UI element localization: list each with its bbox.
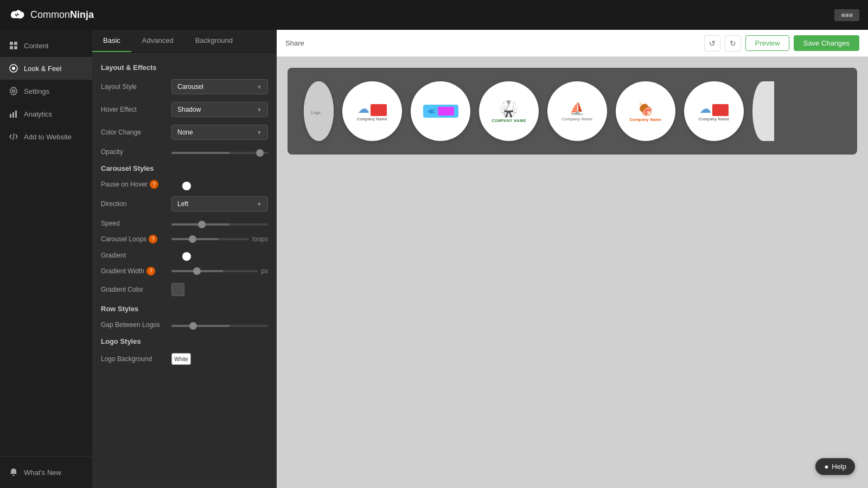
preview-area: Share ↺ ↻ Preview Save Changes Logo bbox=[277, 30, 868, 488]
sidebar-nav: Content Look & Feel Settings Analytics bbox=[0, 30, 92, 488]
logo-background-swatch[interactable]: White bbox=[171, 353, 191, 365]
svg-rect-3 bbox=[14, 46, 17, 49]
section-logo-styles: Logo Styles bbox=[101, 337, 268, 345]
gradient-width-control: px bbox=[171, 267, 268, 275]
pause-on-hover-label: Pause on Hover ? bbox=[101, 180, 171, 189]
section-row-styles: Row Styles bbox=[101, 305, 268, 313]
logo-circle-6: ☁ Company Name bbox=[684, 81, 744, 141]
svg-rect-6 bbox=[10, 114, 11, 118]
gradient-color-label: Gradient Color bbox=[101, 286, 171, 293]
help-label: Help bbox=[832, 463, 846, 471]
hover-effect-control: Shadow ▼ bbox=[171, 102, 268, 117]
chevron-down-icon: ▼ bbox=[257, 84, 262, 90]
carousel-loops-slider[interactable] bbox=[171, 238, 249, 240]
opacity-row: Opacity bbox=[101, 147, 268, 156]
sidebar-item-add-to-website[interactable]: Add to Website bbox=[0, 125, 92, 148]
pause-on-hover-row: Pause on Hover ? bbox=[101, 180, 268, 189]
gap-between-logos-row: Gap Between Logos bbox=[101, 320, 268, 329]
logo-background-label: Logo Background bbox=[101, 355, 171, 363]
svg-rect-0 bbox=[10, 42, 13, 45]
logo-text: CommonNinja bbox=[30, 9, 94, 21]
sidebar-item-content[interactable]: Content bbox=[0, 34, 92, 57]
toolbar-right: ↺ ↻ Preview Save Changes bbox=[704, 35, 859, 52]
layout-style-control: Carousel ▼ bbox=[171, 79, 268, 94]
chevron-down-icon-3: ▼ bbox=[257, 130, 262, 136]
color-change-control: None ▼ bbox=[171, 125, 268, 140]
preview-button[interactable]: Preview bbox=[745, 35, 789, 51]
help-icon: ● bbox=[824, 463, 828, 471]
gap-between-logos-slider[interactable] bbox=[171, 325, 268, 327]
code-icon bbox=[9, 132, 18, 142]
gradient-color-control bbox=[171, 283, 268, 296]
gear-icon bbox=[9, 86, 18, 96]
save-changes-button[interactable]: Save Changes bbox=[794, 35, 859, 51]
chart-icon bbox=[9, 109, 18, 119]
opacity-control bbox=[171, 147, 268, 156]
panel-content: Layout & Effects Layout Style Carousel ▼… bbox=[92, 53, 277, 488]
direction-row: Direction Left ▼ bbox=[101, 196, 268, 211]
header: CommonNinja ■■■ bbox=[0, 0, 868, 30]
svg-text:Logo: Logo bbox=[311, 110, 321, 115]
gradient-color-swatch[interactable] bbox=[171, 283, 184, 296]
sidebar-item-settings[interactable]: Settings bbox=[0, 80, 92, 102]
header-menu-button[interactable]: ■■■ bbox=[834, 9, 859, 21]
section-layout-effects: Layout & Effects bbox=[101, 63, 268, 72]
carousel-strip: Logo ☁ Company Name bbox=[288, 68, 857, 155]
speed-label: Speed bbox=[101, 220, 171, 227]
preview-toolbar: Share ↺ ↻ Preview Save Changes bbox=[277, 30, 868, 57]
nav-bottom: What's New bbox=[0, 456, 92, 484]
sidebar-item-analytics[interactable]: Analytics bbox=[0, 102, 92, 125]
speed-slider[interactable] bbox=[171, 223, 268, 226]
gradient-color-row: Gradient Color bbox=[101, 283, 268, 296]
layout-style-dropdown[interactable]: Carousel ▼ bbox=[171, 79, 268, 94]
sidebar-label-add-to-website: Add to Website bbox=[24, 133, 72, 141]
undo-button[interactable]: ↺ bbox=[704, 35, 720, 52]
tab-basic[interactable]: Basic bbox=[92, 30, 131, 52]
hover-effect-dropdown[interactable]: Shadow ▼ bbox=[171, 102, 268, 117]
help-button[interactable]: ● Help bbox=[815, 458, 855, 475]
sidebar-item-whats-new[interactable]: What's New bbox=[0, 461, 92, 484]
tab-advanced[interactable]: Advanced bbox=[131, 30, 184, 52]
sidebar-label-analytics: Analytics bbox=[24, 110, 52, 118]
carousel-preview-wrapper: Logo ☁ Company Name bbox=[277, 57, 868, 165]
logo-icon bbox=[9, 9, 26, 22]
share-button[interactable]: Share bbox=[285, 39, 304, 47]
logo-background-control: White bbox=[171, 353, 268, 365]
sidebar-label-settings: Settings bbox=[24, 87, 49, 95]
direction-dropdown[interactable]: Left ▼ bbox=[171, 196, 268, 211]
sidebar-label-whats-new: What's New bbox=[24, 468, 61, 477]
svg-rect-2 bbox=[10, 46, 13, 49]
logo-circle-5: 🍖 Company Name bbox=[616, 81, 675, 141]
gradient-width-label: Gradient Width ? bbox=[101, 267, 171, 275]
direction-label: Direction bbox=[101, 200, 171, 208]
gradient-width-slider[interactable] bbox=[171, 270, 258, 272]
sidebar-item-look-feel[interactable]: Look & Feel bbox=[0, 57, 92, 80]
gradient-row: Gradient bbox=[101, 251, 268, 259]
opacity-slider[interactable] bbox=[171, 152, 268, 154]
logo-partial-left: Logo bbox=[304, 81, 334, 141]
pause-on-hover-help[interactable]: ? bbox=[150, 180, 158, 189]
hover-effect-value: Shadow bbox=[177, 106, 201, 113]
color-change-dropdown[interactable]: None ▼ bbox=[171, 125, 268, 140]
settings-panel: Basic Advanced Background Layout & Effec… bbox=[92, 30, 277, 488]
logo-circle-4: ⛵ Company Name bbox=[547, 81, 607, 141]
direction-control: Left ▼ bbox=[171, 196, 268, 211]
hover-effect-label: Hover Effect bbox=[101, 106, 171, 113]
tab-background[interactable]: Background bbox=[184, 30, 244, 52]
carousel-loops-label: Carousel Loops ? bbox=[101, 235, 171, 243]
gradient-width-help[interactable]: ? bbox=[146, 267, 155, 275]
tab-bar: Basic Advanced Background bbox=[92, 30, 277, 53]
layout-style-row: Layout Style Carousel ▼ bbox=[101, 79, 268, 94]
svg-rect-8 bbox=[15, 111, 17, 118]
gradient-control bbox=[171, 251, 268, 259]
svg-point-5 bbox=[12, 67, 15, 70]
svg-rect-1 bbox=[14, 42, 17, 45]
color-change-label: Color Change bbox=[101, 129, 171, 136]
header-right: ■■■ bbox=[834, 9, 859, 21]
chevron-down-icon-2: ▼ bbox=[257, 107, 262, 113]
redo-button[interactable]: ↻ bbox=[725, 35, 741, 52]
help-button-container: ● Help bbox=[815, 458, 855, 475]
hover-effect-row: Hover Effect Shadow ▼ bbox=[101, 102, 268, 117]
sidebar-label-content: Content bbox=[24, 42, 49, 50]
carousel-loops-help[interactable]: ? bbox=[149, 235, 157, 243]
